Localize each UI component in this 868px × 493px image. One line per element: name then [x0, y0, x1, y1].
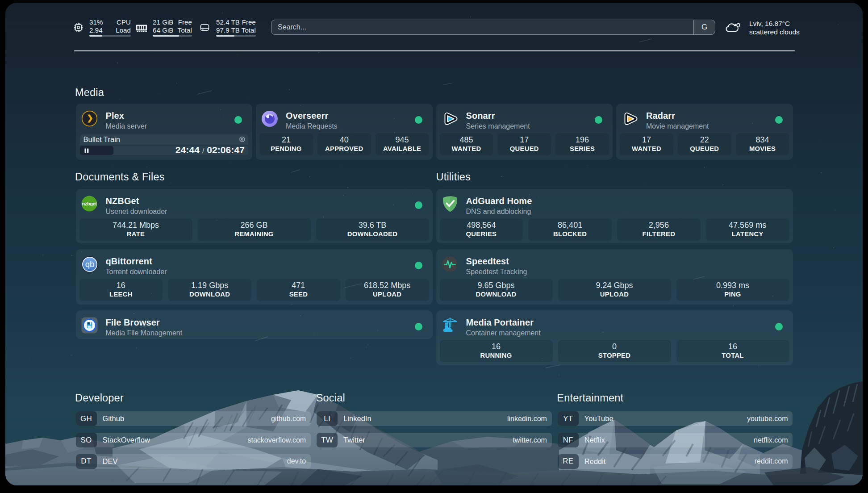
- svg-text:nzbget: nzbget: [82, 201, 97, 206]
- svg-text:qb: qb: [85, 259, 94, 269]
